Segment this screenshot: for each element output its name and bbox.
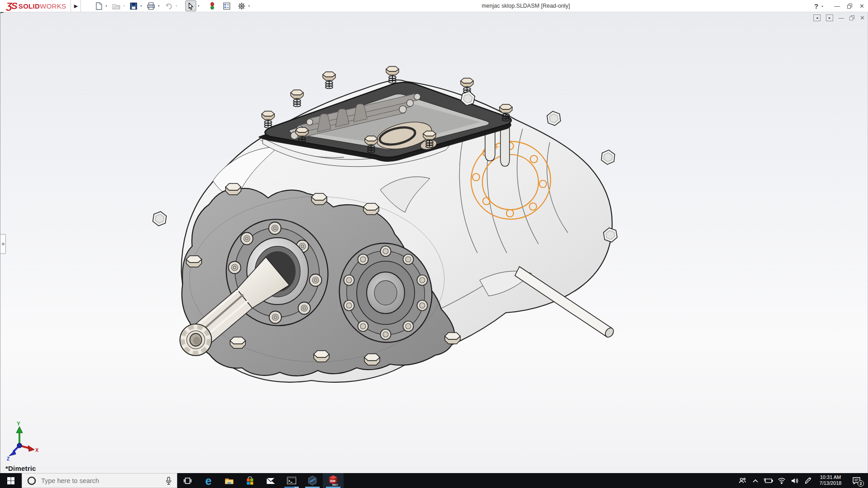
select-cursor-icon	[187, 2, 195, 10]
collapse-pane-left-button[interactable]: ◄	[813, 14, 821, 21]
volume-icon[interactable]	[788, 473, 801, 488]
open-icon	[112, 2, 121, 10]
action-center-button[interactable]: 2	[847, 473, 866, 488]
solidworks-logo: ƷS SOLIDWORKS	[0, 0, 71, 12]
collapse-pane-right-button[interactable]: ►	[826, 14, 833, 21]
new-document-icon	[94, 2, 103, 10]
document-title: menjac sklop.SLDASM [Read-only]	[481, 0, 570, 12]
new-document-button[interactable]	[94, 0, 104, 11]
open-caret: ▼	[123, 5, 125, 7]
select-caret[interactable]: ▼	[197, 5, 200, 7]
gearbox-3d-model[interactable]: Y X Z	[0, 0, 868, 488]
solidworks-logo-bold: SOLID	[19, 2, 40, 10]
options-gear-icon	[237, 2, 246, 10]
rebuild-button[interactable]	[208, 0, 217, 11]
windows-ink-icon[interactable]	[801, 473, 814, 488]
windows-taskbar: e	[0, 473, 868, 488]
solidworks-logo-mark: ƷS	[6, 0, 17, 11]
help-caret[interactable]: ▼	[821, 5, 824, 7]
new-document-caret[interactable]: ▼	[105, 5, 108, 7]
rebuild-traffic-light-icon	[208, 1, 216, 10]
help-button[interactable]: ?	[814, 2, 818, 10]
taskbar-mail-button[interactable]	[260, 473, 281, 488]
solidworks-2017-icon: SW 2017	[328, 475, 339, 486]
task-view-button[interactable]	[177, 473, 198, 488]
featuremanager-collapsed-tab[interactable]	[0, 234, 6, 254]
save-icon	[129, 2, 138, 10]
system-tray: 10:31 AM 7/13/2018 2	[736, 473, 868, 488]
app-restore-button[interactable]	[847, 4, 852, 9]
options-button[interactable]	[236, 0, 247, 11]
notification-badge: 2	[858, 480, 864, 487]
quick-access-toolbar: ▼ ▼ ▼ ▼	[94, 0, 254, 12]
file-properties-button[interactable]	[222, 0, 232, 11]
titlebar-window-controls: ? ▼ — ✕	[814, 0, 864, 12]
sw-icon-label: SW	[330, 479, 336, 483]
triad-z-label: Z	[7, 456, 9, 461]
edge-icon: e	[205, 476, 212, 485]
undo-button	[163, 0, 174, 11]
app-close-button[interactable]: ✕	[859, 3, 864, 9]
command-prompt-icon	[287, 476, 297, 485]
start-button[interactable]	[0, 473, 22, 488]
cortana-icon	[27, 476, 37, 486]
reference-triad: Y X Z	[7, 421, 39, 461]
taskbar-store-button[interactable]	[240, 473, 260, 488]
file-properties-icon	[222, 2, 231, 10]
options-caret[interactable]: ▼	[248, 5, 250, 7]
sw-icon-year: 2017	[332, 483, 338, 486]
microphone-icon[interactable]	[165, 476, 172, 485]
clock-time: 10:31 AM	[814, 474, 847, 480]
print-caret[interactable]: ▼	[157, 5, 160, 7]
taskbar-solidworks-button[interactable]: SW 2017	[323, 473, 344, 488]
undo-icon	[164, 2, 173, 10]
taskbar-edge-button[interactable]: e	[198, 473, 219, 488]
hidden-icons-chevron-icon[interactable]	[749, 473, 762, 488]
triad-x-label: X	[35, 447, 39, 453]
triad-y-label: Y	[17, 421, 20, 427]
network-wifi-icon[interactable]	[775, 473, 788, 488]
save-caret[interactable]: ▼	[140, 5, 142, 7]
graphics-viewport[interactable]: Y X Z ◄ ► — ✕ *Dimetric	[0, 12, 868, 473]
print-icon	[146, 2, 156, 10]
view-orientation-label: *Dimetric	[5, 465, 36, 472]
mail-icon	[266, 477, 276, 485]
hex-tool-icon	[307, 475, 317, 486]
search-input[interactable]	[41, 477, 160, 484]
solidworks-logo-light: WORKS	[40, 2, 66, 10]
save-button[interactable]	[128, 0, 139, 11]
titlebar: ƷS SOLIDWORKS ▶ ▼ ▼ ▼	[0, 0, 868, 12]
select-button[interactable]	[185, 0, 196, 11]
taskbar-command-prompt-button[interactable]	[281, 473, 302, 488]
doc-minimize-button[interactable]: —	[839, 15, 844, 21]
windows-logo-icon	[7, 477, 15, 485]
print-button[interactable]	[146, 0, 156, 11]
featuremanager-tab-dot	[2, 243, 5, 245]
store-icon	[245, 476, 255, 485]
doc-restore-button[interactable]	[849, 15, 854, 20]
file-explorer-icon	[224, 476, 234, 485]
document-window-controls: ◄ ► — ✕	[813, 14, 865, 21]
clock-date: 7/13/2018	[814, 480, 847, 486]
app-minimize-button[interactable]: —	[834, 3, 840, 9]
power-battery-icon[interactable]	[762, 473, 775, 488]
task-view-icon	[183, 476, 192, 485]
taskbar-hex-tool-button[interactable]	[302, 473, 323, 488]
menu-flyout-arrow-icon[interactable]: ▶	[71, 0, 81, 12]
people-icon[interactable]	[736, 473, 749, 488]
undo-caret: ▼	[175, 5, 178, 7]
taskbar-file-explorer-button[interactable]	[219, 473, 240, 488]
doc-close-button[interactable]: ✕	[860, 14, 865, 21]
open-button[interactable]	[111, 0, 122, 11]
taskbar-search[interactable]	[22, 473, 177, 488]
taskbar-clock[interactable]: 10:31 AM 7/13/2018	[814, 473, 847, 488]
